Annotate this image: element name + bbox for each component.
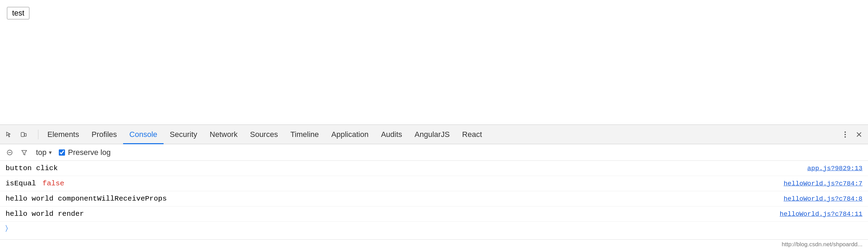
svg-marker-9 bbox=[22, 150, 27, 155]
console-row: button click app.js?9829:13 bbox=[0, 161, 868, 176]
tabs-end-icons bbox=[839, 128, 865, 141]
device-toolbar-icon[interactable] bbox=[17, 128, 30, 141]
test-button[interactable]: test bbox=[7, 7, 29, 19]
devtools-panel: Elements Profiles Console Security Netwo… bbox=[0, 124, 868, 249]
tab-security[interactable]: Security bbox=[164, 125, 203, 144]
console-row-left: isEqual false bbox=[6, 179, 784, 187]
tab-timeline[interactable]: Timeline bbox=[284, 125, 325, 144]
tab-audits[interactable]: Audits bbox=[375, 125, 408, 144]
toolbar-icons bbox=[3, 128, 30, 141]
preserve-log-area: Preserve log bbox=[59, 148, 111, 157]
preserve-log-checkbox[interactable] bbox=[59, 149, 65, 156]
svg-point-4 bbox=[844, 136, 846, 138]
console-log-text: hello world componentWillReceiveProps bbox=[6, 195, 167, 203]
tab-console[interactable]: Console bbox=[123, 125, 164, 144]
console-output: button click app.js?9829:13 isEqual fals… bbox=[0, 161, 868, 239]
tab-elements[interactable]: Elements bbox=[41, 125, 85, 144]
console-input[interactable] bbox=[11, 224, 862, 232]
context-dropdown[interactable]: top ▼ bbox=[33, 147, 55, 158]
console-row: hello world componentWillReceiveProps he… bbox=[0, 191, 868, 206]
tab-angularjs[interactable]: AngularJS bbox=[408, 125, 456, 144]
svg-rect-1 bbox=[25, 133, 26, 136]
svg-rect-0 bbox=[21, 132, 24, 137]
inspect-element-icon[interactable] bbox=[3, 128, 15, 141]
filter-icon[interactable] bbox=[19, 147, 30, 158]
tab-divider bbox=[38, 130, 38, 139]
console-cursor-icon: 〉 bbox=[6, 224, 8, 232]
console-file-link[interactable]: app.js?9829:13 bbox=[807, 165, 862, 172]
devtools-tabs-bar: Elements Profiles Console Security Netwo… bbox=[0, 125, 868, 144]
console-log-text: button click bbox=[6, 164, 58, 172]
console-row-left: hello world render bbox=[6, 210, 780, 218]
console-file-link[interactable]: helloWorld.js?c784:11 bbox=[780, 210, 862, 218]
console-false-value: false bbox=[43, 179, 64, 187]
context-dropdown-label: top bbox=[36, 148, 47, 157]
svg-point-3 bbox=[844, 134, 846, 135]
tab-network[interactable]: Network bbox=[203, 125, 244, 144]
console-row: isEqual false helloWorld.js?c784:7 bbox=[0, 176, 868, 191]
console-input-row: 〉 bbox=[0, 222, 868, 235]
console-log-text: hello world render bbox=[6, 210, 84, 218]
more-options-icon[interactable] bbox=[839, 128, 851, 141]
console-row-left: button click bbox=[6, 164, 807, 172]
tab-profiles[interactable]: Profiles bbox=[85, 125, 123, 144]
dropdown-arrow-icon: ▼ bbox=[48, 150, 53, 155]
console-file-link[interactable]: helloWorld.js?c784:8 bbox=[784, 195, 862, 203]
console-row: hello world render helloWorld.js?c784:11 bbox=[0, 206, 868, 222]
console-toolbar: top ▼ Preserve log bbox=[0, 144, 868, 161]
console-log-text: isEqual bbox=[6, 179, 40, 187]
console-row-left: hello world componentWillReceiveProps bbox=[6, 195, 784, 203]
tab-application[interactable]: Application bbox=[325, 125, 375, 144]
svg-point-2 bbox=[844, 131, 846, 133]
clear-console-icon[interactable] bbox=[4, 147, 15, 158]
preserve-log-label: Preserve log bbox=[68, 148, 111, 157]
console-file-link[interactable]: helloWorld.js?c784:7 bbox=[784, 180, 862, 187]
close-devtools-icon[interactable] bbox=[853, 128, 865, 141]
tab-react[interactable]: React bbox=[456, 125, 488, 144]
browser-page: test bbox=[0, 0, 868, 124]
tab-sources[interactable]: Sources bbox=[244, 125, 284, 144]
status-bar-url: http://blog.csdn.net/shpoardd... bbox=[782, 241, 862, 248]
status-bar: http://blog.csdn.net/shpoardd... bbox=[0, 239, 868, 249]
